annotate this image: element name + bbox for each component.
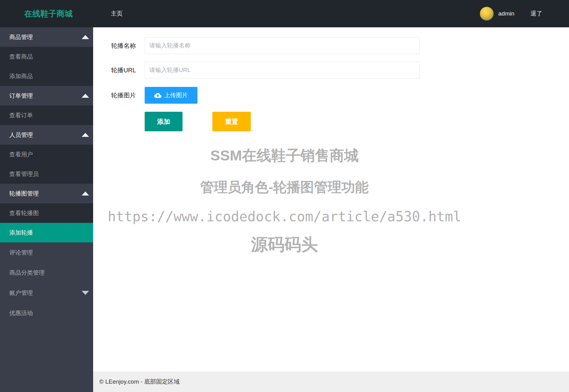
sidebar-item-label: 查看商品: [9, 53, 33, 61]
sidebar-item-label: 查看管理员: [9, 170, 39, 178]
carousel-image-label: 轮播图片: [111, 87, 136, 104]
sidebar-item-view-users[interactable]: 查看用户: [0, 145, 93, 164]
chevron-down-icon: [82, 291, 89, 295]
username-label[interactable]: admin: [498, 10, 514, 17]
sidebar-item-label: 商品管理: [9, 33, 33, 41]
sidebar-item-view-orders[interactable]: 查看订单: [0, 106, 93, 125]
top-navbar: 在线鞋子商城 主页 admin 退了: [0, 0, 569, 27]
cloud-upload-icon: [154, 92, 161, 99]
upload-image-button[interactable]: 上传图片: [145, 87, 197, 104]
brand-logo[interactable]: 在线鞋子商城: [24, 0, 73, 27]
sidebar-item-label: 订单管理: [9, 92, 33, 100]
sidebar-item-label: 添加轮播: [9, 229, 33, 237]
nav-home-link[interactable]: 主页: [111, 0, 123, 27]
sidebar-item-label: 商品分类管理: [9, 269, 45, 277]
sidebar-item-category-management[interactable]: 商品分类管理: [0, 263, 93, 283]
chevron-up-icon: [82, 94, 89, 98]
avatar[interactable]: [480, 7, 494, 20]
upload-button-label: 上传图片: [164, 91, 188, 99]
sidebar-item-staff-management[interactable]: 人员管理: [0, 125, 93, 145]
chevron-up-icon: [82, 133, 89, 137]
sidebar-item-order-management[interactable]: 订单管理: [0, 86, 93, 106]
sidebar-item-goods-management[interactable]: 商品管理: [0, 27, 93, 47]
sidebar-item-label: 人员管理: [9, 131, 33, 139]
carousel-url-input[interactable]: [145, 62, 420, 79]
sidebar-item-label: 账户管理: [9, 289, 33, 297]
sidebar-item-add-carousel[interactable]: 添加轮播: [0, 223, 93, 242]
navbar-right: admin 退了: [480, 0, 542, 27]
sidebar-item-add-goods[interactable]: 添加商品: [0, 66, 93, 86]
chevron-up-icon: [82, 191, 89, 196]
sidebar-item-carousel-management[interactable]: 轮播图管理: [0, 184, 93, 203]
sidebar-item-account-management[interactable]: 账户管理: [0, 283, 93, 303]
sidebar-item-view-carousel[interactable]: 查看轮播图: [0, 203, 93, 223]
reset-button[interactable]: 重置: [212, 112, 251, 131]
page-footer: © LEenjoy.com - 底部固定区域: [93, 372, 569, 392]
sidebar-item-label: 优惠活动: [9, 309, 33, 317]
logout-link[interactable]: 退了: [531, 10, 542, 18]
carousel-name-input[interactable]: [145, 37, 420, 54]
carousel-url-label: 轮播URL: [111, 62, 136, 79]
sidebar-item-label: 查看轮播图: [9, 209, 39, 217]
sidebar-item-label: 查看用户: [9, 151, 33, 159]
sidebar-item-label: 查看订单: [9, 111, 33, 119]
sidebar-item-view-goods[interactable]: 查看商品: [0, 47, 93, 66]
main-content: 轮播名称 轮播URL 轮播图片 上传图片 添加 重置: [93, 27, 569, 372]
footer-text: © LEenjoy.com - 底部固定区域: [99, 378, 180, 386]
sidebar-item-label: 轮播图管理: [9, 190, 39, 198]
sidebar-item-view-admins[interactable]: 查看管理员: [0, 164, 93, 184]
carousel-name-label: 轮播名称: [111, 37, 136, 54]
sidebar-item-promotions[interactable]: 优惠活动: [0, 303, 93, 323]
sidebar-item-label: 添加商品: [9, 72, 33, 80]
sidebar-item-comment-management[interactable]: 评论管理: [0, 242, 93, 263]
sidebar-item-label: 评论管理: [9, 249, 33, 257]
add-button[interactable]: 添加: [145, 112, 183, 131]
chevron-up-icon: [82, 35, 89, 39]
sidebar: 商品管理查看商品添加商品订单管理查看订单人员管理查看用户查看管理员轮播图管理查看…: [0, 27, 93, 392]
